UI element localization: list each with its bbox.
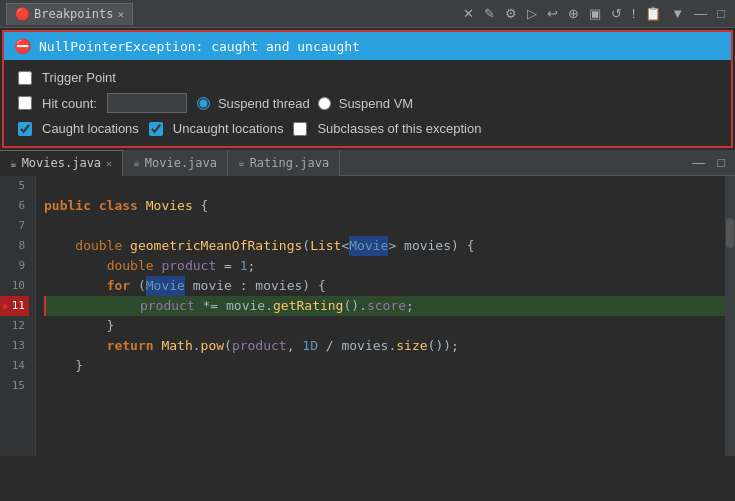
rating-java-label: Rating.java xyxy=(250,156,329,170)
toolbar-close-icon[interactable]: ✕ xyxy=(459,4,478,23)
breakpoints-tab-close[interactable]: ✕ xyxy=(117,8,124,21)
breakpoints-tab-label: Breakpoints xyxy=(34,7,113,21)
caught-checkbox[interactable] xyxy=(18,122,32,136)
editor-section: ☕ Movies.java ✕ ☕ Movie.java ☕ Rating.ja… xyxy=(0,150,735,456)
toolbar-minimize-icon[interactable]: — xyxy=(690,4,711,23)
toolbar-grid-icon[interactable]: ▣ xyxy=(585,4,605,23)
toolbar-refresh-icon[interactable]: ↺ xyxy=(607,4,626,23)
line-numbers: 5 6 7 8 9 10 11 12 13 14 15 xyxy=(0,176,36,456)
code-content[interactable]: public class Movies { double geometricMe… xyxy=(36,176,725,456)
line-8: 8 xyxy=(0,236,29,256)
tab-rating-java[interactable]: ☕ Rating.java xyxy=(228,150,340,176)
toolbar-arrow-icon[interactable]: ↩ xyxy=(543,4,562,23)
breakpoints-panel: ⛔ NullPointerException: caught and uncau… xyxy=(2,30,733,148)
toolbar-gear-icon[interactable]: ⚙ xyxy=(501,4,521,23)
breakpoints-tab[interactable]: 🔴 Breakpoints ✕ xyxy=(6,3,133,25)
movies-java-icon: ☕ xyxy=(10,157,17,170)
line-6: 6 xyxy=(0,196,29,216)
uncaught-checkbox[interactable] xyxy=(149,122,163,136)
locations-row: Caught locations Uncaught locations Subc… xyxy=(18,121,717,136)
line-11: 11 xyxy=(0,296,29,316)
subclasses-checkbox[interactable] xyxy=(293,122,307,136)
toolbar-maximize-icon[interactable]: □ xyxy=(713,4,729,23)
code-line-9: double product = 1; xyxy=(44,256,725,276)
tab-movies-java[interactable]: ☕ Movies.java ✕ xyxy=(0,150,123,176)
toolbar-clipboard-icon[interactable]: 📋 xyxy=(641,4,665,23)
rating-java-icon: ☕ xyxy=(238,156,245,169)
line-7: 7 xyxy=(0,216,29,236)
movie-java-icon: ☕ xyxy=(133,156,140,169)
code-line-13: return Math.pow(product, 1D / movies.siz… xyxy=(44,336,725,356)
subclasses-label: Subclasses of this exception xyxy=(317,121,481,136)
code-line-14: } xyxy=(44,356,725,376)
breakpoints-toolbar: 🔴 Breakpoints ✕ ✕ ✎ ⚙ ▷ ↩ ⊕ ▣ ↺ ! 📋 ▼ — … xyxy=(0,0,735,28)
tab-movie-java[interactable]: ☕ Movie.java xyxy=(123,150,228,176)
editor-tab-controls: — □ xyxy=(688,153,735,172)
code-line-8: double geometricMeanOfRatings(List<Movie… xyxy=(44,236,725,256)
hit-count-input[interactable] xyxy=(107,93,187,113)
editor-tabs-bar: ☕ Movies.java ✕ ☕ Movie.java ☕ Rating.ja… xyxy=(0,150,735,176)
suspend-thread-radio[interactable] xyxy=(197,97,210,110)
uncaught-label: Uncaught locations xyxy=(173,121,284,136)
line-5: 5 xyxy=(0,176,29,196)
suspend-thread-label: Suspend thread xyxy=(218,96,310,111)
hit-count-row: Hit count: Suspend thread Suspend VM xyxy=(18,93,717,113)
toolbar-edit-icon[interactable]: ✎ xyxy=(480,4,499,23)
trigger-point-checkbox[interactable] xyxy=(18,71,32,85)
code-line-11: product *= movie.getRating().score; xyxy=(44,296,725,316)
code-line-10: for (Movie movie : movies) { xyxy=(44,276,725,296)
code-line-12: } xyxy=(44,316,725,336)
line-9: 9 xyxy=(0,256,29,276)
line-13: 13 xyxy=(0,336,29,356)
trigger-point-label: Trigger Point xyxy=(42,70,116,85)
breakpoints-body: Trigger Point Hit count: Suspend thread … xyxy=(4,60,731,146)
exception-label: NullPointerException: caught and uncaugh… xyxy=(39,39,360,54)
line-14: 14 xyxy=(0,356,29,376)
suspend-radio-group: Suspend thread Suspend VM xyxy=(197,96,413,111)
movies-java-label: Movies.java xyxy=(22,156,101,170)
toolbar-dropdown-icon[interactable]: ▼ xyxy=(667,4,688,23)
breakpoints-tab-icon: 🔴 xyxy=(15,7,30,21)
hit-count-checkbox[interactable] xyxy=(18,96,32,110)
scroll-thumb[interactable] xyxy=(726,218,734,248)
code-line-6: public class Movies { xyxy=(44,196,725,216)
trigger-point-row: Trigger Point xyxy=(18,70,717,85)
movie-java-label: Movie.java xyxy=(145,156,217,170)
toolbar-alert-icon[interactable]: ! xyxy=(628,4,640,23)
editor-minimize-icon[interactable]: — xyxy=(688,153,709,172)
hit-count-label: Hit count: xyxy=(42,96,97,111)
line-10: 10 xyxy=(0,276,29,296)
toolbar-add-icon[interactable]: ⊕ xyxy=(564,4,583,23)
caught-label: Caught locations xyxy=(42,121,139,136)
vertical-scrollbar[interactable] xyxy=(725,176,735,456)
line-12: 12 xyxy=(0,316,29,336)
movies-java-close[interactable]: ✕ xyxy=(106,158,112,169)
code-view: 5 6 7 8 9 10 11 12 13 14 15 public class… xyxy=(0,176,735,456)
toolbar-icon-group: ✕ ✎ ⚙ ▷ ↩ ⊕ ▣ ↺ ! 📋 ▼ — □ xyxy=(459,4,729,23)
editor-maximize-icon[interactable]: □ xyxy=(713,153,729,172)
exception-icon: ⛔ xyxy=(14,38,31,54)
toolbar-run-icon[interactable]: ▷ xyxy=(523,4,541,23)
suspend-vm-radio[interactable] xyxy=(318,97,331,110)
breakpoints-exception-header: ⛔ NullPointerException: caught and uncau… xyxy=(4,32,731,60)
code-line-5 xyxy=(44,176,725,196)
code-line-15 xyxy=(44,376,725,396)
line-15: 15 xyxy=(0,376,29,396)
suspend-vm-label: Suspend VM xyxy=(339,96,413,111)
code-line-7 xyxy=(44,216,725,236)
